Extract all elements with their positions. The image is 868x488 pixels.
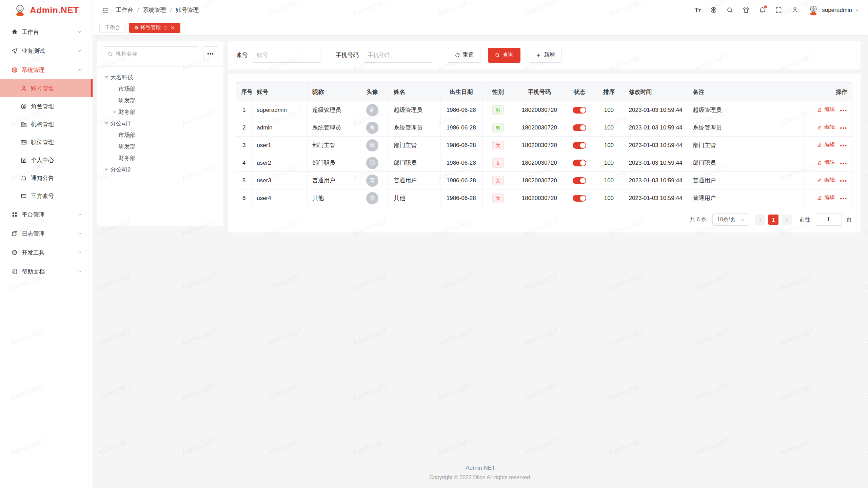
tree-node[interactable]: 大名科技 <box>100 72 221 83</box>
search-icon[interactable] <box>726 6 733 14</box>
notification-icon[interactable] <box>759 6 766 14</box>
status-toggle[interactable] <box>573 177 586 184</box>
more-actions-button[interactable]: ••• <box>840 125 847 131</box>
more-actions-button[interactable]: ••• <box>840 143 847 148</box>
caret-right-icon[interactable] <box>111 110 118 114</box>
edit-button[interactable]: 编辑 <box>817 159 835 166</box>
tree-node[interactable]: 分公司1 <box>100 118 221 129</box>
sidebar-subitem-notice[interactable]: 通知公告 <box>0 169 93 187</box>
add-button[interactable]: 新增 <box>529 48 561 63</box>
org-tree: 大名科技市场部研发部财务部分公司1市场部研发部财务部分公司2 <box>97 67 223 180</box>
sidebar-subitem-org-mgmt[interactable]: 机构管理 <box>0 115 93 133</box>
cell-status <box>565 137 594 154</box>
edit-button[interactable]: 编辑 <box>817 106 835 113</box>
page-number-button[interactable]: 1 <box>768 215 778 225</box>
cell-gender: 女 <box>482 172 514 189</box>
tab-close-icon[interactable] <box>170 25 175 30</box>
status-toggle[interactable] <box>573 160 586 166</box>
status-toggle[interactable] <box>573 124 586 131</box>
sidebar-item-workbench[interactable]: 工作台 <box>0 22 93 41</box>
sidebar-item-log-mgmt[interactable]: 日志管理 <box>0 224 93 243</box>
sidebar-item-platform-mgmt[interactable]: 平台管理 <box>0 205 93 224</box>
tab-workbench[interactable]: 工作台 <box>99 23 125 33</box>
status-toggle[interactable] <box>573 195 586 202</box>
tree-node[interactable]: 研发部 <box>100 141 221 152</box>
more-actions-button[interactable]: ••• <box>840 196 847 201</box>
more-actions-button[interactable]: ••• <box>840 178 847 184</box>
phone-input[interactable] <box>363 48 432 63</box>
tab-refresh-icon[interactable] <box>163 25 168 30</box>
sidebar-item-system-mgmt[interactable]: 系统管理 <box>0 60 93 79</box>
next-page-button[interactable] <box>782 215 792 225</box>
goto-page-input[interactable] <box>815 214 842 226</box>
caret-down-icon[interactable] <box>103 122 110 125</box>
chevron-down-icon <box>855 8 859 12</box>
menu-label: 通知公告 <box>31 174 86 182</box>
menu-collapse-icon[interactable] <box>102 6 109 14</box>
tree-node[interactable]: 分公司2 <box>100 164 221 175</box>
breadcrumb-item[interactable]: 系统管理 <box>143 6 166 14</box>
menu-label: 机构管理 <box>31 120 86 128</box>
sidebar-subitem-personal-center[interactable]: 个人中心 <box>0 151 93 169</box>
menu-label: 职位管理 <box>31 138 86 146</box>
edit-button[interactable]: 编辑 <box>817 124 835 131</box>
tab-account-mgmt[interactable]: 账号管理 <box>129 23 180 33</box>
column-header-modified: 修改时间 <box>624 83 688 101</box>
user-icon[interactable] <box>791 6 798 14</box>
user-menu[interactable]: superadmin <box>808 4 859 16</box>
gender-badge: 女 <box>492 176 504 185</box>
page-size-select[interactable]: 10条/页 <box>712 214 749 226</box>
account-input[interactable] <box>252 48 321 63</box>
sidebar-subitem-account-mgmt[interactable]: 账号管理 <box>0 79 93 97</box>
edit-button[interactable]: 编辑 <box>817 141 835 148</box>
table-row: 5user3普通用户普普通用户1986-06-28女18020030720100… <box>236 172 852 189</box>
sidebar-subitem-role-mgmt[interactable]: 角色管理 <box>0 97 93 115</box>
edit-button[interactable]: 编辑 <box>817 177 835 184</box>
cell-action: 编辑••• <box>805 189 852 207</box>
org-more-button[interactable]: ••• <box>203 46 218 61</box>
sidebar-subitem-position-mgmt[interactable]: 职位管理 <box>0 133 93 151</box>
column-header-birth: 出生日期 <box>440 83 482 101</box>
logs-icon <box>11 230 18 237</box>
caret-right-icon[interactable] <box>103 167 110 171</box>
column-header-remark: 备注 <box>688 83 805 101</box>
tree-node[interactable]: 市场部 <box>100 83 221 95</box>
cell-account: user2 <box>252 154 308 172</box>
theme-icon[interactable] <box>743 6 750 14</box>
prev-page-button[interactable] <box>755 215 765 225</box>
cell-index: 6 <box>236 189 252 207</box>
sidebar-item-help-docs[interactable]: 帮助文档 <box>0 262 93 281</box>
org-tree-panel: ••• 大名科技市场部研发部财务部分公司1市场部研发部财务部分公司2 <box>97 41 223 226</box>
language-icon[interactable] <box>710 6 717 14</box>
more-actions-button[interactable]: ••• <box>840 107 847 113</box>
cell-index: 3 <box>236 137 252 154</box>
org-search-input[interactable] <box>116 51 195 57</box>
menu-label: 三方账号 <box>31 192 86 200</box>
sidebar: Admin.NET 工作台业务测试系统管理账号管理角色管理机构管理职位管理个人中… <box>0 0 93 488</box>
column-header-name: 姓名 <box>389 83 440 101</box>
status-toggle[interactable] <box>573 142 586 149</box>
reset-button[interactable]: 重置 <box>448 48 480 63</box>
menu-label: 开发工具 <box>22 249 77 257</box>
cell-status <box>565 172 594 189</box>
sidebar-item-business-test[interactable]: 业务测试 <box>0 41 93 60</box>
font-size-icon[interactable]: TT <box>694 7 701 13</box>
caret-down-icon[interactable] <box>103 76 110 79</box>
tree-node[interactable]: 市场部 <box>100 129 221 141</box>
chevron-down-icon <box>740 218 745 222</box>
logo[interactable]: Admin.NET <box>0 0 93 20</box>
tree-node[interactable]: 研发部 <box>100 95 221 106</box>
sidebar-subitem-third-account[interactable]: 三方账号 <box>0 187 93 205</box>
tree-node[interactable]: 财务部 <box>100 152 221 164</box>
edit-button[interactable]: 编辑 <box>817 194 835 201</box>
org-search-box[interactable] <box>103 46 199 61</box>
status-toggle[interactable] <box>573 107 586 114</box>
more-actions-button[interactable]: ••• <box>840 160 847 166</box>
breadcrumb-item[interactable]: 工作台 <box>116 6 133 14</box>
tree-node[interactable]: 财务部 <box>100 106 221 118</box>
cell-account: superadmin <box>252 101 308 119</box>
cell-status <box>565 189 594 207</box>
query-button[interactable]: 查询 <box>488 48 520 63</box>
sidebar-item-dev-tools[interactable]: 开发工具 <box>0 243 93 262</box>
fullscreen-icon[interactable] <box>775 6 782 14</box>
